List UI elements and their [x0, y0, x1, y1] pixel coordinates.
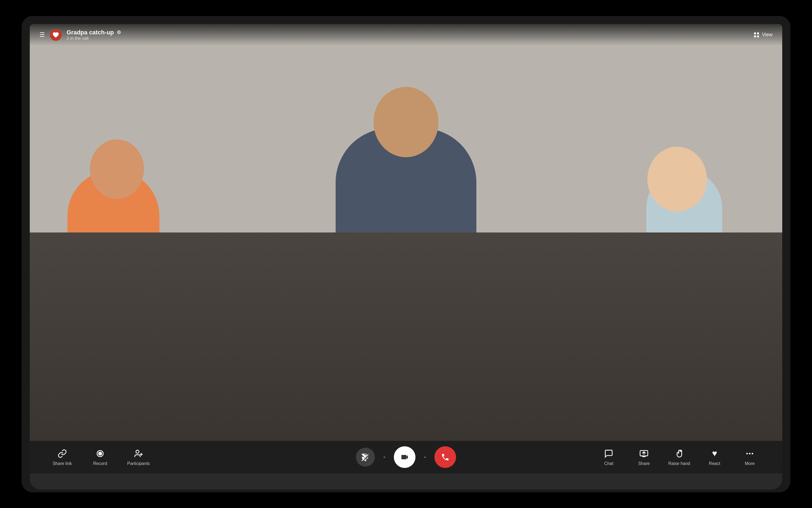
call-info: Gradpa catch-up ⚙ 2 in the call [67, 29, 121, 41]
call-title: Gradpa catch-up ⚙ [67, 29, 121, 36]
record-label: Record [93, 461, 107, 466]
react-label: React [709, 461, 720, 466]
girl-head [90, 139, 144, 199]
title-bar: ☰ Gradpa catch-up ⚙ 2 in the call [30, 24, 782, 46]
hangup-button[interactable] [434, 446, 456, 468]
title-bar-left: ☰ Gradpa catch-up ⚙ 2 in the call [40, 29, 121, 41]
laptop-frame: ☰ Gradpa catch-up ⚙ 2 in the call [22, 16, 790, 492]
ellipsis-icon [745, 449, 754, 458]
mic-off-icon [361, 453, 370, 461]
toolbar-left: Share link Record [51, 448, 150, 466]
toolbar-center [356, 446, 456, 468]
title-bar-right: View [753, 32, 772, 38]
call-subtitle: 2 in the call [67, 36, 121, 41]
svg-point-10 [752, 453, 753, 455]
more-icon [745, 448, 754, 459]
svg-rect-3 [757, 36, 759, 37]
svg-rect-0 [754, 33, 756, 34]
chat-button[interactable]: Chat [598, 448, 619, 466]
share-link-button[interactable]: Share link [51, 448, 73, 466]
video-scene [30, 24, 782, 441]
svg-rect-2 [754, 36, 756, 37]
call-title-text: Gradpa catch-up [67, 29, 114, 36]
svg-point-5 [98, 452, 101, 455]
share-screen-icon [639, 448, 648, 459]
camera-icon [400, 453, 409, 461]
hangup-icon [441, 453, 450, 461]
raise-hand-label: Raise hand [668, 461, 690, 466]
menu-icon[interactable]: ☰ [40, 31, 45, 38]
mute-button[interactable] [356, 448, 375, 467]
svg-point-8 [746, 453, 748, 455]
share-button[interactable]: Share [633, 448, 655, 466]
heart-svg [52, 31, 59, 38]
svg-point-9 [749, 453, 751, 455]
dad-head [374, 87, 438, 157]
grid-view-icon [753, 32, 760, 38]
raise-hand-icon [675, 448, 684, 459]
share-link-label: Share link [52, 461, 72, 466]
svg-point-6 [136, 450, 139, 453]
participants-label: Participants [127, 461, 150, 466]
mic-chevron-icon [382, 455, 387, 460]
video-area [30, 24, 782, 441]
camera-button[interactable] [394, 446, 416, 468]
dad-body [336, 128, 476, 441]
react-button[interactable]: ♥ React [704, 448, 725, 466]
participants-icon [134, 448, 143, 459]
laptop-bottom-bar [30, 473, 782, 490]
more-label: More [745, 461, 755, 466]
call-avatar [50, 29, 62, 41]
settings-icon[interactable]: ⚙ [117, 30, 121, 36]
raise-hand-button[interactable]: Raise hand [668, 448, 690, 466]
toolbar: Share link Record [30, 441, 782, 473]
chat-label: Chat [604, 461, 613, 466]
svg-rect-1 [757, 33, 759, 34]
baby-head [647, 147, 707, 212]
share-label: Share [638, 461, 650, 466]
camera-chevron-icon [423, 455, 427, 460]
view-button[interactable]: View [753, 32, 772, 38]
camera-chevron-button[interactable] [421, 453, 429, 461]
girl-body [68, 170, 160, 441]
view-label: View [762, 32, 772, 38]
laptop-screen: ☰ Gradpa catch-up ⚙ 2 in the call [30, 24, 782, 473]
more-button[interactable]: More [739, 448, 761, 466]
record-button[interactable]: Record [89, 448, 111, 466]
share-link-icon [58, 448, 67, 459]
chat-icon [604, 448, 613, 459]
participants-button[interactable]: Participants [127, 448, 150, 466]
toolbar-right: Chat Share [598, 448, 761, 466]
mic-chevron-button[interactable] [380, 453, 388, 461]
record-icon [95, 448, 105, 459]
react-icon: ♥ [712, 448, 717, 459]
